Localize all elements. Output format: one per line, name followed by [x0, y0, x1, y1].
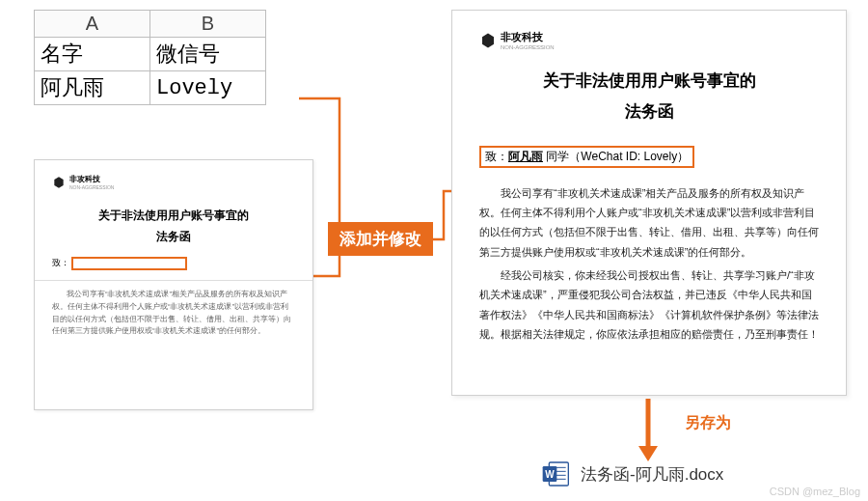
- company-logo-large: 非攻科技 NON-AGGRESSION: [479, 30, 819, 50]
- recipient-line-filled: 致：阿凡雨 同学（WeChat ID: Lovely）: [479, 146, 819, 168]
- save-as-label: 另存为: [685, 413, 731, 433]
- logo-icon: [52, 176, 66, 189]
- doc-title-large: 关于非法使用用户账号事宜的 法务函: [479, 66, 819, 128]
- col-header-b: B: [150, 11, 266, 38]
- header-name: 名字: [35, 38, 150, 71]
- company-sub-large: NON-AGGRESSION: [501, 44, 555, 50]
- watermark: CSDN @mez_Blog: [770, 486, 860, 497]
- output-document: 非攻科技 NON-AGGRESSION 关于非法使用用户账号事宜的 法务函 致：…: [451, 10, 847, 396]
- cell-wechat: Lovely: [150, 71, 266, 105]
- doc-body-para1: 我公司享有“非攻机关术速成课”相关产品及服务的所有权及知识产权。任何主体不得利用…: [52, 289, 295, 338]
- template-document: 非攻科技 NON-AGGRESSION 关于非法使用用户账号事宜的 法务函 致：…: [34, 159, 313, 410]
- recipient-filled-box: 致：阿凡雨 同学（WeChat ID: Lovely）: [479, 146, 694, 168]
- company-name-large: 非攻科技: [501, 30, 555, 44]
- word-icon: W: [540, 459, 571, 489]
- output-file-name: 法务函-阿凡雨.docx: [581, 463, 723, 486]
- doc-title: 关于非法使用用户账号事宜的 法务函: [52, 206, 295, 247]
- company-logo: 非攻科技 NON-AGGRESSION: [52, 174, 295, 190]
- logo-icon: [479, 32, 497, 49]
- header-wechat: 微信号: [150, 38, 266, 71]
- doc-body-para1-large: 我公司享有“非攻机关术速成课”相关产品及服务的所有权及知识产权。任何主体不得利用…: [479, 183, 819, 262]
- add-modify-label: 添加并修改: [328, 222, 433, 256]
- recipient-line-blank: 致：: [52, 257, 295, 270]
- excel-table: A B 名字 微信号 阿凡雨 Lovely: [34, 10, 266, 105]
- doc-body-para2-large: 经我公司核实，你未经我公司授权出售、转让、共享学习账户/“非攻机关术速成课”，严…: [479, 265, 819, 344]
- svg-text:W: W: [545, 469, 555, 480]
- company-name: 非攻科技: [69, 174, 114, 184]
- cell-name: 阿凡雨: [35, 71, 150, 105]
- company-sub: NON-AGGRESSION: [69, 184, 114, 190]
- col-header-a: A: [35, 11, 150, 38]
- recipient-blank-box: [71, 257, 187, 270]
- output-file: W 法务函-阿凡雨.docx: [540, 459, 723, 489]
